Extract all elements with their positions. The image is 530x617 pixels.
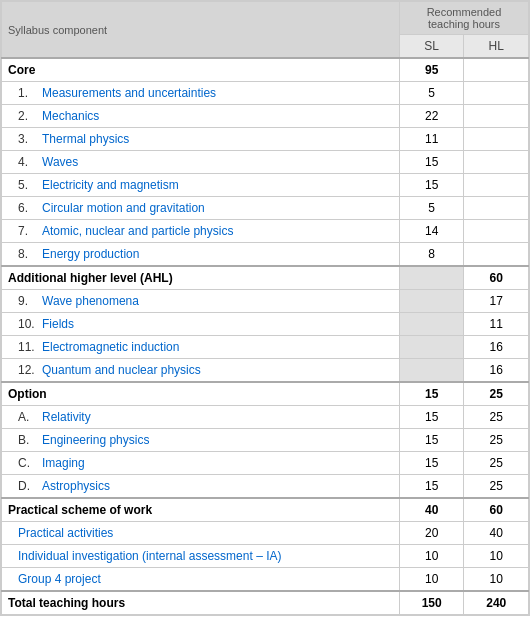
item-number: 2. <box>18 109 36 123</box>
item-cell: Individual investigation (internal asses… <box>2 545 400 568</box>
syllabus-header: Syllabus component <box>2 2 400 59</box>
item-hl <box>464 105 529 128</box>
table-row: 3.Thermal physics11 <box>2 128 529 151</box>
section-name-0: Core <box>2 58 400 82</box>
section-name-2: Option <box>2 382 400 406</box>
item-hl: 11 <box>464 313 529 336</box>
hl-header: HL <box>464 35 529 59</box>
section-header-3: Practical scheme of work4060 <box>2 498 529 522</box>
item-hl <box>464 220 529 243</box>
item-label[interactable]: Group 4 project <box>18 572 101 586</box>
item-number: C. <box>18 456 36 470</box>
table-row: A.Relativity1525 <box>2 406 529 429</box>
table-row: Individual investigation (internal asses… <box>2 545 529 568</box>
item-label[interactable]: Relativity <box>42 410 91 424</box>
item-label[interactable]: Electromagnetic induction <box>42 340 179 354</box>
item-hl <box>464 197 529 220</box>
item-sl: 22 <box>399 105 464 128</box>
item-label[interactable]: Astrophysics <box>42 479 110 493</box>
item-cell: Group 4 project <box>2 568 400 592</box>
item-hl: 25 <box>464 406 529 429</box>
item-hl <box>464 243 529 267</box>
section-name-3: Practical scheme of work <box>2 498 400 522</box>
section-sl-total-1 <box>399 266 464 290</box>
item-cell: A.Relativity <box>2 406 400 429</box>
section-hl-total-0 <box>464 58 529 82</box>
item-sl: 10 <box>399 568 464 592</box>
section-header-2: Option1525 <box>2 382 529 406</box>
item-sl: 15 <box>399 429 464 452</box>
table-row: 8.Energy production8 <box>2 243 529 267</box>
item-label[interactable]: Mechanics <box>42 109 99 123</box>
table-row: 6.Circular motion and gravitation5 <box>2 197 529 220</box>
item-hl: 25 <box>464 475 529 499</box>
item-label[interactable]: Quantum and nuclear physics <box>42 363 201 377</box>
item-cell: D.Astrophysics <box>2 475 400 499</box>
table-row: 1.Measurements and uncertainties5 <box>2 82 529 105</box>
item-number: 1. <box>18 86 36 100</box>
item-sl: 15 <box>399 452 464 475</box>
item-label[interactable]: Wave phenomena <box>42 294 139 308</box>
table-row: D.Astrophysics1525 <box>2 475 529 499</box>
item-cell: 1.Measurements and uncertainties <box>2 82 400 105</box>
item-sl: 5 <box>399 82 464 105</box>
item-hl: 17 <box>464 290 529 313</box>
section-sl-total-3: 40 <box>399 498 464 522</box>
total-hl: 240 <box>464 591 529 615</box>
item-number: D. <box>18 479 36 493</box>
section-header-0: Core95 <box>2 58 529 82</box>
section-hl-total-1: 60 <box>464 266 529 290</box>
item-label[interactable]: Engineering physics <box>42 433 149 447</box>
item-hl: 16 <box>464 336 529 359</box>
item-hl: 16 <box>464 359 529 383</box>
rth-header: Recommended teaching hours <box>399 2 528 35</box>
item-cell: 10.Fields <box>2 313 400 336</box>
item-cell: 11.Electromagnetic induction <box>2 336 400 359</box>
item-label[interactable]: Circular motion and gravitation <box>42 201 205 215</box>
item-cell: 2.Mechanics <box>2 105 400 128</box>
item-number: 5. <box>18 178 36 192</box>
item-label[interactable]: Imaging <box>42 456 85 470</box>
item-label[interactable]: Electricity and magnetism <box>42 178 179 192</box>
item-hl: 25 <box>464 429 529 452</box>
table-row: 2.Mechanics22 <box>2 105 529 128</box>
item-sl: 15 <box>399 174 464 197</box>
table-row: C.Imaging1525 <box>2 452 529 475</box>
item-label[interactable]: Fields <box>42 317 74 331</box>
item-sl <box>399 290 464 313</box>
item-label[interactable]: Thermal physics <box>42 132 129 146</box>
item-cell: C.Imaging <box>2 452 400 475</box>
item-label[interactable]: Measurements and uncertainties <box>42 86 216 100</box>
item-cell: 5.Electricity and magnetism <box>2 174 400 197</box>
table-row: 9.Wave phenomena17 <box>2 290 529 313</box>
item-hl: 40 <box>464 522 529 545</box>
item-cell: 6.Circular motion and gravitation <box>2 197 400 220</box>
item-hl: 10 <box>464 545 529 568</box>
item-number: 6. <box>18 201 36 215</box>
table-row: B.Engineering physics1525 <box>2 429 529 452</box>
item-cell: 8.Energy production <box>2 243 400 267</box>
item-number: 9. <box>18 294 36 308</box>
item-number: 8. <box>18 247 36 261</box>
item-label[interactable]: Practical activities <box>18 526 113 540</box>
item-sl: 10 <box>399 545 464 568</box>
item-number: 11. <box>18 340 36 354</box>
item-number: B. <box>18 433 36 447</box>
item-sl <box>399 313 464 336</box>
item-label[interactable]: Energy production <box>42 247 139 261</box>
item-number: A. <box>18 410 36 424</box>
item-label[interactable]: Atomic, nuclear and particle physics <box>42 224 233 238</box>
item-hl <box>464 82 529 105</box>
table-row: 4.Waves15 <box>2 151 529 174</box>
table-row: 5.Electricity and magnetism15 <box>2 174 529 197</box>
item-sl: 11 <box>399 128 464 151</box>
item-sl: 14 <box>399 220 464 243</box>
item-cell: 3.Thermal physics <box>2 128 400 151</box>
item-label[interactable]: Individual investigation (internal asses… <box>18 549 281 563</box>
item-label[interactable]: Waves <box>42 155 78 169</box>
main-table-container: Syllabus component Recommended teaching … <box>0 0 530 616</box>
item-sl: 15 <box>399 151 464 174</box>
item-cell: Practical activities <box>2 522 400 545</box>
item-cell: 12.Quantum and nuclear physics <box>2 359 400 383</box>
item-hl <box>464 151 529 174</box>
